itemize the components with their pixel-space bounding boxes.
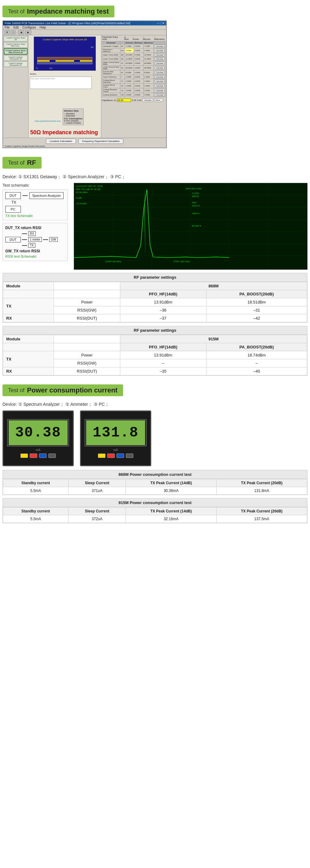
calc-btn-c1[interactable]: Calculate [154, 80, 165, 83]
rssi2-gw-pa-val: – [206, 359, 307, 367]
gw-box: GW [49, 237, 58, 242]
impedance-test-of-label: Test of [8, 8, 25, 15]
calc-btn-c3[interactable]: Calculate [154, 89, 165, 92]
meter-1-btn-red[interactable] [30, 454, 37, 458]
mm-radio[interactable]: ○ Millimetres [154, 36, 165, 40]
param-row-h1: Substrate 1 Height H1 7.1580 0.0000 7.15… [102, 44, 165, 49]
tx-gw-row: TX [22, 243, 58, 248]
fine-option[interactable]: ● Fine (Slower) [64, 120, 83, 122]
trace-left [37, 60, 50, 62]
pd2-tx-20db: 137.5mA [216, 515, 307, 523]
power-868m-header-row: Standby current Sleep Current TX Peak Cu… [3, 479, 307, 487]
calc-btn-c2[interactable]: Calculate [154, 84, 165, 87]
param-row-g1: Upper Ground Strip Width G1 99.9999 0.00… [102, 61, 165, 66]
inches-radio[interactable]: ○ Inches [133, 36, 141, 40]
param-val-d1[interactable]: 8.0000 [125, 70, 134, 75]
calc-btn-w1[interactable]: Calculate [154, 57, 165, 60]
calc-btn-g2[interactable]: Calculate [154, 66, 165, 69]
menu-help[interactable]: Help [40, 26, 46, 29]
menu-configure[interactable]: Configure [22, 26, 36, 29]
meter-2-btn-gray[interactable] [126, 454, 133, 458]
pd2-sleep: 372uA [68, 515, 126, 523]
rf-test-of-label: Test of [8, 160, 25, 166]
param-units-label: Parameter Entry Units [102, 36, 122, 40]
meter-2-btn-blue[interactable] [117, 454, 124, 458]
param-val-c1[interactable]: 1.0000 [125, 79, 134, 84]
calc-btn-er1[interactable]: Calculate [154, 49, 165, 52]
struct-item-3[interactable]: Coated Coplanar Waveguide 1B [4, 55, 28, 61]
col-pfo-hf: PFO_HF(14dB) [120, 290, 206, 298]
calc-impedance-btn[interactable]: Calculate [142, 98, 153, 102]
tx-box-2: TX [28, 243, 35, 248]
meter-2: 131.8 mA [80, 410, 151, 466]
notes-area[interactable]: Add your comments here [30, 76, 92, 89]
impedance-input[interactable] [117, 99, 131, 102]
rssi2-dut-pa-val: –40 [206, 367, 307, 375]
struct-item-2[interactable]: Coated Coplanar Strips With Low... [4, 42, 28, 48]
line-tx2 [22, 245, 27, 246]
microns-radio[interactable]: ○ Microns [143, 36, 152, 40]
menu-edit[interactable]: Edit [13, 26, 19, 29]
meter-gw-col: RX 1 meter GW TX [22, 231, 58, 248]
calc-btn-cer[interactable]: Calculate [154, 93, 165, 96]
svg-text:10 dB/: 10 dB/ [75, 197, 82, 199]
spectrum-box: Spectrum Analyzer [29, 192, 64, 199]
interface-style-label: Interface Style [64, 110, 83, 112]
freq-calc-btn[interactable]: Frequency Dependent Calculation [79, 138, 123, 144]
struct-item-4[interactable]: Coated Coplanar Waveguide 2B [4, 61, 28, 67]
rf-spectrum-image: 11121137 SEP 20, 2016 REF 25.0 dB AT 40 … [74, 183, 308, 270]
impedance-section-header: Test of Impedance matching test [2, 6, 114, 18]
calc-btn-t[interactable]: Calculate [154, 75, 165, 79]
toolbar-btn-3[interactable]: ◀ [18, 30, 24, 34]
more-btn[interactable]: More... [154, 98, 163, 102]
meter-2-btn-red[interactable] [107, 454, 115, 458]
svg-text:WRITE: WRITE [192, 195, 199, 197]
meter-1-btn-gray[interactable] [49, 454, 56, 458]
param-val-er1[interactable]: 4.2000 [125, 49, 134, 53]
param-val-c2[interactable]: 1.0000 [125, 84, 134, 88]
line-m2 [43, 239, 48, 240]
power-label-2: Power [54, 351, 120, 359]
rx-label-table2: RX [3, 367, 54, 375]
meter-1-btn-blue[interactable] [39, 454, 46, 458]
toolbar-btn-2[interactable]: □ [11, 30, 16, 34]
pd2-tx-14db: 32.16mA [126, 515, 216, 523]
impedance-screenshot: Polar SI9000 PCB Transmission Line Field… [2, 21, 167, 148]
lossless-calc-btn[interactable]: Lossless Calculation [46, 138, 76, 144]
bottom-bar: Lossless Calculation Frequency Dependent… [3, 137, 166, 145]
ph2-sleep: Sleep Current [68, 507, 126, 515]
toolbar-btn-1[interactable]: ▼ [4, 30, 10, 34]
struct-item-selected[interactable]: Coated Coplanar Strips With Ground 1B [4, 49, 28, 55]
calc-btn-w2[interactable]: Calculate [154, 53, 165, 56]
param-val-w2[interactable]: 10.0000 [125, 53, 134, 57]
window-body: Coated Coplanar Strips 2B Coated Coplana… [3, 35, 166, 137]
diagram-title: Coated Coplanar Strips With Ground 1B [34, 37, 95, 41]
param-label-w2: Upper Trace Width [102, 53, 120, 57]
structure-list: Coated Coplanar Strips 2B Coated Coplana… [3, 35, 29, 137]
param-val-g1[interactable]: 99.9999 [125, 61, 134, 66]
param-val-cer[interactable]: 4.2000 [125, 93, 134, 97]
param-val-c3[interactable]: 1.0000 [125, 88, 134, 93]
param-val-t[interactable]: 1.2000 [125, 75, 134, 79]
param-val-h1[interactable]: 7.1580 [125, 44, 134, 49]
structure-diagram: Coated Coplanar Strips With Ground 1B H1… [34, 37, 96, 71]
pd-standby: 5.5mA [3, 487, 68, 495]
col-pfo-hf-2: PFO_HF(14dB) [120, 343, 206, 351]
meter-1-btn-yellow[interactable] [21, 454, 28, 458]
calc-btn-h1[interactable]: Calculate [154, 44, 165, 48]
meter-2-btn-yellow[interactable] [98, 454, 105, 458]
calc-btn-d1[interactable]: Calculate [154, 71, 165, 74]
param-val-w1[interactable]: 11.0000 [125, 57, 134, 61]
calc-btn-g1[interactable]: Calculate [154, 62, 165, 65]
toolbar-btn-4[interactable]: ▶ [25, 30, 31, 34]
extended-option[interactable]: ○ Extended [64, 115, 83, 117]
coarse-option[interactable]: ○ Coarse (Faster) [64, 122, 83, 124]
param-val-g2[interactable]: 99.9999 [125, 66, 134, 70]
struct-item-1[interactable]: Coated Coplanar Strips 2B [4, 36, 28, 41]
mhz-radio[interactable]: ● MHz [124, 36, 130, 40]
rssi-dut-label-1: RSSI(DUT) [54, 314, 120, 322]
power-868m-data-row: 5.5mA 371uA 30.38mA 131.8mA [3, 487, 307, 495]
power-device-line: Device: ① Spectrum Analyzer； ② Ammeter； … [2, 402, 308, 407]
standard-option[interactable]: ○ Standard [64, 113, 83, 115]
menu-file[interactable]: File [5, 26, 10, 29]
